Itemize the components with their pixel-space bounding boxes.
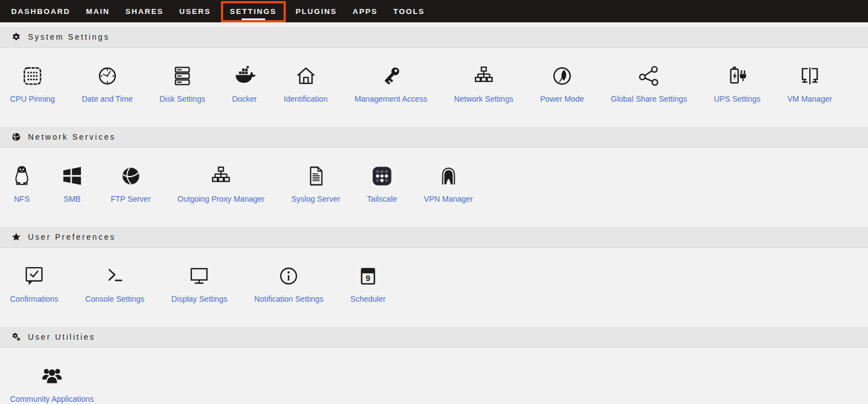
nav-item-settings-active-highlighted[interactable]: SETTINGS (221, 1, 286, 22)
item-label: Disk Settings (159, 94, 205, 104)
star-icon (12, 232, 21, 241)
item-label: Community Applications (10, 395, 93, 404)
system-settings-item-date-and-time[interactable]: Date and Time (82, 63, 133, 104)
microchip-icon (21, 64, 44, 88)
document-lines-icon (304, 164, 328, 188)
item-label: Management Access (355, 94, 427, 104)
section-header: Network Services (0, 127, 868, 148)
leaf-circle-icon (550, 64, 574, 88)
item-label: Tailscale (367, 194, 397, 204)
section-content: NFS SMB FTP Server Outgoing Proxy Manage… (0, 148, 868, 204)
item-label: FTP Server (111, 194, 150, 204)
nav-item-label: SHARES (125, 7, 163, 16)
settings-page: System Settings CPU Pinning Date and Tim… (0, 27, 868, 404)
nav-item-users[interactable]: USERS (174, 0, 217, 22)
nav-item-label: SETTINGS (230, 7, 277, 16)
item-label: Identification (284, 94, 328, 104)
nav-item-dashboard[interactable]: DASHBOARD (6, 0, 76, 22)
item-label: CPU Pinning (10, 94, 55, 104)
section-network-services: Network Services NFS SMB FTP Server Outg… (0, 127, 868, 227)
key-icon (379, 64, 403, 88)
top-nav: DASHBOARDMAINSHARESUSERSSETTINGSPLUGINSA… (0, 0, 868, 22)
item-label: Scheduler (350, 294, 385, 304)
section-header: User Utilities (0, 327, 868, 348)
section-header: System Settings (0, 27, 868, 47)
item-label: Display Settings (171, 294, 227, 304)
wireguard-icon (437, 164, 460, 188)
gear-icon (12, 32, 21, 41)
network-services-item-vpn-manager[interactable]: VPN Manager (424, 163, 473, 204)
tux-icon (10, 164, 34, 188)
network-services-item-tailscale[interactable]: Tailscale (367, 163, 397, 204)
home-icon (294, 64, 318, 88)
section-content: Community Applications (0, 348, 868, 404)
section-title: User Preferences (28, 232, 116, 241)
system-settings-item-ups-settings[interactable]: UPS Settings (714, 63, 760, 104)
system-settings-item-management-access[interactable]: Management Access (355, 63, 427, 104)
calendar-icon (356, 264, 380, 288)
item-label: Global Share Settings (611, 94, 687, 104)
item-label: Power Mode (540, 94, 584, 104)
system-settings-item-cpu-pinning[interactable]: CPU Pinning (10, 63, 55, 104)
system-settings-item-network-settings[interactable]: Network Settings (454, 63, 513, 104)
item-label: UPS Settings (714, 94, 760, 104)
globe-icon (12, 132, 21, 141)
speech-check-icon (22, 264, 46, 288)
system-settings-item-identification[interactable]: Identification (284, 63, 328, 104)
nav-item-apps[interactable]: APPS (347, 0, 384, 22)
nav-item-label: USERS (180, 7, 211, 16)
item-label: NFS (14, 194, 30, 204)
section-title: User Utilities (28, 332, 96, 341)
windows-icon (60, 164, 84, 188)
user-preferences-item-scheduler[interactable]: Scheduler (350, 263, 385, 304)
nav-item-main[interactable]: MAIN (81, 0, 116, 22)
item-label: Confirmations (10, 294, 58, 304)
item-label: Console Settings (85, 294, 144, 304)
user-preferences-item-confirmations[interactable]: Confirmations (10, 263, 58, 304)
section-header: User Preferences (0, 227, 868, 248)
section-user-utilities: User Utilities Community Applications (0, 327, 868, 404)
network-services-item-ftp-server[interactable]: FTP Server (111, 163, 150, 204)
item-label: Docker (232, 94, 257, 104)
nav-item-label: APPS (353, 7, 378, 16)
nav-item-tools[interactable]: TOOLS (388, 0, 430, 22)
section-system-settings: System Settings CPU Pinning Date and Tim… (0, 27, 868, 127)
info-circle-icon (277, 264, 300, 288)
section-content: CPU Pinning Date and Time Disk Settings … (0, 47, 868, 104)
tailscale-icon (370, 164, 394, 188)
terminal-icon (103, 264, 126, 288)
user-preferences-item-display-settings[interactable]: Display Settings (171, 263, 227, 304)
globe-filled-icon (119, 164, 143, 188)
server-stack-icon (171, 64, 194, 88)
item-label: VPN Manager (424, 194, 473, 204)
user-preferences-item-console-settings[interactable]: Console Settings (85, 263, 144, 304)
network-services-item-nfs[interactable]: NFS (10, 163, 34, 204)
item-label: SMB (64, 194, 81, 204)
system-settings-item-global-share-settings[interactable]: Global Share Settings (611, 63, 687, 104)
item-label: VM Manager (787, 94, 832, 104)
battery-plug-icon (725, 64, 749, 88)
item-label: Outgoing Proxy Manager (177, 194, 265, 204)
gears-icon (12, 332, 21, 341)
system-settings-item-vm-manager[interactable]: VM Manager (787, 63, 832, 104)
item-label: Syslog Server (291, 194, 340, 204)
nav-item-shares[interactable]: SHARES (120, 0, 169, 22)
system-settings-item-docker[interactable]: Docker (232, 63, 257, 104)
section-user-preferences: User Preferences Confirmations Console S… (0, 227, 868, 327)
nav-item-label: TOOLS (393, 7, 424, 16)
nav-item-plugins[interactable]: PLUGINS (290, 0, 343, 22)
item-label: Notification Settings (254, 294, 324, 304)
system-settings-item-disk-settings[interactable]: Disk Settings (159, 63, 205, 104)
section-title: System Settings (28, 32, 110, 41)
user-preferences-item-notification-settings[interactable]: Notification Settings (254, 263, 324, 304)
users-icon (40, 364, 64, 388)
network-services-item-syslog-server[interactable]: Syslog Server (291, 163, 340, 204)
nav-item-label: DASHBOARD (11, 7, 70, 16)
system-settings-item-power-mode[interactable]: Power Mode (540, 63, 584, 104)
clock-icon (96, 64, 119, 88)
section-content: Confirmations Console Settings Display S… (0, 248, 868, 304)
network-services-item-smb[interactable]: SMB (60, 163, 84, 204)
network-services-item-outgoing-proxy-manager[interactable]: Outgoing Proxy Manager (177, 163, 265, 204)
user-utilities-item-community-applications[interactable]: Community Applications (10, 363, 93, 404)
section-title: Network Services (28, 132, 116, 141)
